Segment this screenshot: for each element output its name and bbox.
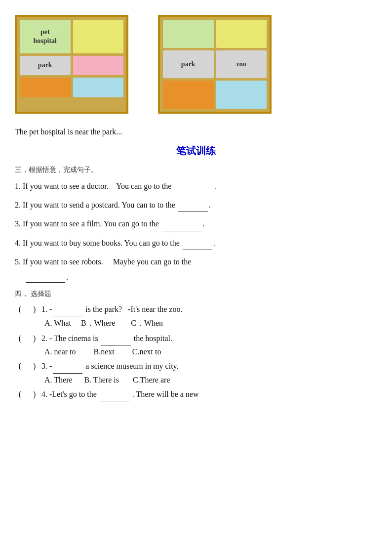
choice-3-options: A. There B. There is C.There are xyxy=(44,376,377,384)
image-section: pethospital park park zoo xyxy=(15,10,377,119)
frame1-cell-orange xyxy=(20,78,71,97)
frame2-cell-orange xyxy=(163,81,214,109)
exercise-text-2: 2. If you want to send a postcard. You c… xyxy=(15,201,175,209)
exercise-item-1: 1. If you want to see a doctor. You can … xyxy=(15,179,377,193)
exercise-text-4: 4. If you want to buy some books. You ca… xyxy=(15,239,180,247)
bracket-1: ( ) xyxy=(15,302,39,316)
bracket-3: ( ) xyxy=(15,359,39,373)
part-four-label: 四， 选择题 xyxy=(15,290,377,299)
blank-5 xyxy=(26,273,65,283)
exercise-text-5: 5. If you want to see robots. Maybe you … xyxy=(15,257,191,266)
exercise-item-4: 4. If you want to buy some books. You ca… xyxy=(15,236,377,250)
choice-1-options: A. What B．Where C．When xyxy=(44,318,377,329)
blank-4 xyxy=(183,236,212,250)
exercise-text-1: 1. If you want to see a doctor. You can … xyxy=(15,182,171,190)
choice-item-3: ( ) 3. - a science museum in my city. xyxy=(15,359,377,373)
blank-1 xyxy=(174,179,214,193)
choice-item-1: ( ) 1. - is the park? -It's near the zoo… xyxy=(15,302,377,316)
exercise-item-5-cont: . xyxy=(25,273,377,283)
frame1-cell-yellow xyxy=(73,20,124,53)
choice-q4: 4. -Let's go to the . There will be a ne… xyxy=(41,387,199,401)
choice-q2: 2. - The cinema is the hospital. xyxy=(41,332,172,345)
blank-3 xyxy=(162,217,201,231)
choice-item-2: ( ) 2. - The cinema is the hospital. xyxy=(15,332,377,345)
section-title: 笔试训练 xyxy=(15,144,377,158)
frame1-cell-park: park xyxy=(20,56,71,75)
frame1-cell-pink xyxy=(73,56,124,75)
exercise-item-2: 2. If you want to send a postcard. You c… xyxy=(15,198,377,212)
choice-2-options: A. near to B.next C.next to xyxy=(44,347,377,356)
frame1-cell-pet-hospital: pethospital xyxy=(20,20,71,53)
exercise-item-3: 3. If you want to see a film. You can go… xyxy=(15,217,377,231)
bracket-2: ( ) xyxy=(15,332,39,345)
choice-q3: 3. - a science museum in my city. xyxy=(41,359,179,373)
part-three-label: 三，根据悟意，完成句子。 xyxy=(15,166,377,174)
frame2: park zoo xyxy=(158,15,272,114)
blank-2 xyxy=(178,198,208,212)
choice-item-4: ( ) 4. -Let's go to the . There will be … xyxy=(15,387,377,401)
exercise-item-5: 5. If you want to see robots. Maybe you … xyxy=(15,255,377,268)
choice-q1: 1. - is the park? -It's near the zoo. xyxy=(41,302,182,316)
frame2-cell-green xyxy=(163,20,214,48)
frame2-cell-blue xyxy=(216,81,267,109)
frame1: pethospital park xyxy=(15,15,128,114)
frame2-cell-park: park xyxy=(163,50,214,79)
bracket-4: ( ) xyxy=(15,387,39,401)
description-text: The pet hospital is near the park... xyxy=(15,128,377,136)
frame2-cell-zoo: zoo xyxy=(216,50,267,79)
exercise-text-3: 3. If you want to see a film. You can go… xyxy=(15,219,159,228)
frame1-cell-blue xyxy=(73,78,124,97)
frame2-cell-yellow xyxy=(216,20,267,48)
